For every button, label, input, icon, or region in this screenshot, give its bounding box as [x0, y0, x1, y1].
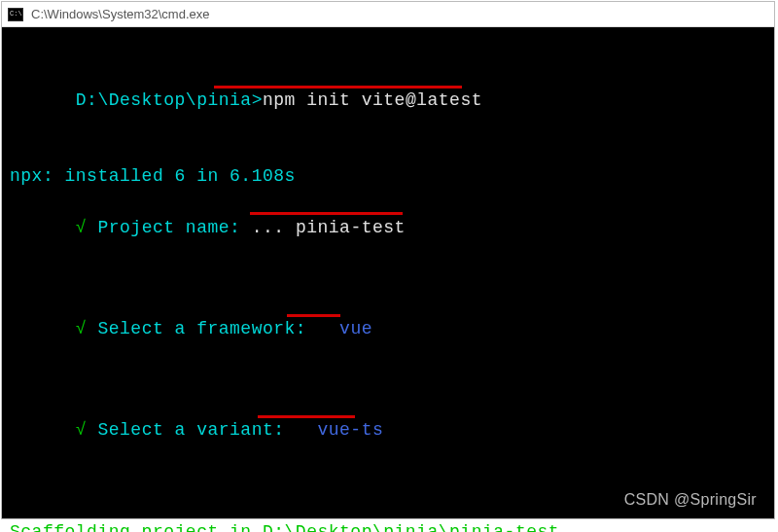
cmd-icon: [8, 8, 23, 21]
prompt-project-name: √ Project name: ... pinia-test: [10, 189, 766, 290]
scaffold-line: Scaffolding project in D:\Desktop\pinia\…: [10, 519, 766, 532]
cmd-window: C:\Windows\System32\cmd.exe D:\Desktop\p…: [1, 1, 775, 519]
variant-value: vue-ts: [317, 420, 383, 440]
npx-output: npx: installed 6 in 6.108s: [10, 163, 766, 189]
annotation-underline-variant: [258, 415, 355, 418]
prompt-line-1: D:\Desktop\pinia>npm init vite@latest: [10, 62, 766, 163]
prompt-variant: √ Select a variant: vue-ts: [10, 392, 766, 493]
typed-command: npm init vite@latest: [263, 90, 482, 110]
annotation-underline-framework: [287, 314, 340, 317]
titlebar-path: C:\Windows\System32\cmd.exe: [31, 7, 210, 21]
annotation-underline-project: [250, 212, 403, 215]
annotation-underline-command: [214, 86, 462, 89]
watermark: CSDN @SpringSir: [624, 488, 757, 511]
check-icon: √: [76, 319, 87, 338]
prompt-framework: √ Select a framework: vue: [10, 291, 766, 392]
titlebar[interactable]: C:\Windows\System32\cmd.exe: [2, 2, 774, 27]
cwd-prompt: D:\Desktop\pinia>: [76, 90, 263, 110]
check-icon: √: [76, 218, 87, 237]
framework-value: vue: [339, 319, 372, 338]
project-name-value: pinia-test: [296, 218, 406, 237]
terminal-body[interactable]: D:\Desktop\pinia>npm init vite@latest np…: [2, 27, 774, 518]
check-icon: √: [76, 420, 87, 440]
